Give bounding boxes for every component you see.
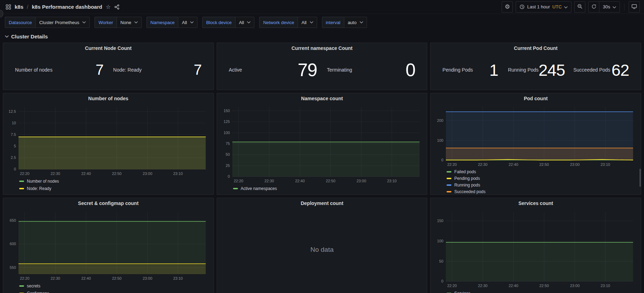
gear-icon: ⚙	[505, 4, 510, 10]
svg-text:22:50: 22:50	[539, 162, 549, 167]
legend-label: Number of nodes	[27, 179, 59, 184]
zoom-out-time-button[interactable]	[574, 1, 585, 13]
breadcrumb-app[interactable]: k8s	[15, 4, 23, 10]
svg-text:22:20: 22:20	[20, 171, 30, 176]
svg-text:100: 100	[223, 131, 230, 135]
svg-text:0: 0	[228, 174, 230, 178]
breadcrumb: k8s / k8s Performance dashboard ☆	[6, 4, 120, 10]
panel-title[interactable]: Current Pod Count	[430, 43, 641, 53]
panel-title[interactable]: Current Node Count	[3, 43, 214, 53]
variable-interval: interval auto	[322, 17, 367, 28]
chart-legend: Active namespaces	[217, 184, 427, 195]
panel-title[interactable]: Secret & configmap count	[3, 198, 214, 208]
variable-namespace: Namespace All	[147, 17, 197, 28]
svg-text:75: 75	[225, 141, 230, 146]
time-series-chart[interactable]: 05010015022:2022:3022:4022:5023:0023:10	[433, 208, 637, 289]
dashboard-settings-button[interactable]: ⚙	[502, 1, 513, 13]
time-series-chart[interactable]: 010020022:2022:3022:4022:5023:0023:10	[433, 104, 637, 168]
variable-value-text: None	[120, 20, 131, 25]
variable-value-text: All	[239, 20, 244, 25]
section-cluster-details[interactable]: Cluster Details	[0, 31, 644, 42]
series-color-swatch	[447, 171, 451, 173]
svg-text:25: 25	[225, 163, 230, 168]
timezone-label: UTC	[552, 4, 562, 9]
legend-item[interactable]: Running pods	[447, 182, 638, 188]
legend-label: Node: Ready	[27, 186, 51, 191]
legend-item[interactable]: Services	[447, 290, 638, 293]
refresh-interval-dropdown[interactable]: 30s	[599, 1, 620, 13]
variable-datasource-value[interactable]: Cluster Prometheus	[35, 17, 90, 28]
legend-item[interactable]: Node: Ready	[19, 185, 211, 192]
legend-item[interactable]: Pending pods	[447, 175, 638, 181]
stat-value: 7	[96, 63, 103, 77]
variable-worker-value[interactable]: None	[117, 17, 142, 28]
top-navigation: k8s / k8s Performance dashboard ☆ ⚙ Last…	[0, 0, 644, 14]
panel-title[interactable]: Deployment count	[217, 198, 427, 208]
stat-label: Terminating	[327, 67, 352, 73]
series-color-swatch	[447, 178, 451, 179]
chart-legend: Services	[430, 289, 641, 293]
stat-label: Active	[229, 67, 242, 73]
apps-grid-icon[interactable]	[6, 4, 11, 10]
svg-text:22:30: 22:30	[478, 162, 488, 167]
legend-item[interactable]: Active namespaces	[233, 185, 425, 192]
svg-text:23:10: 23:10	[601, 162, 611, 167]
legend-item[interactable]: Configmaps	[19, 290, 211, 293]
legend-item[interactable]: Number of nodes	[19, 178, 211, 184]
variable-block-device: Block device All	[202, 17, 254, 28]
svg-text:23:00: 23:00	[143, 276, 152, 280]
chart-area: 55060065022:2022:3022:4022:5023:0023:10	[3, 208, 214, 282]
star-icon[interactable]: ☆	[106, 4, 111, 10]
share-icon[interactable]	[114, 4, 120, 10]
chevron-down-icon	[360, 21, 363, 23]
svg-text:22:50: 22:50	[112, 171, 122, 176]
chart-legend: secrets Configmaps	[3, 282, 214, 293]
legend-item[interactable]: secrets	[19, 283, 211, 289]
stat: Node: Ready 7	[108, 63, 206, 77]
svg-text:23:10: 23:10	[173, 171, 183, 176]
chart-area: 010020022:2022:3022:4022:5023:0023:10	[430, 104, 641, 168]
time-range-picker[interactable]: Last 1 hour UTC	[516, 1, 571, 13]
svg-text:12.5: 12.5	[9, 109, 16, 113]
variable-namespace-value[interactable]: All	[178, 17, 197, 28]
panel-title[interactable]: Current namespace Count	[217, 43, 427, 53]
kiosk-mode-button[interactable]	[629, 1, 640, 13]
legend-label: Pending pods	[454, 176, 480, 181]
series-color-swatch	[233, 188, 238, 189]
legend-label: Active namespaces	[241, 186, 277, 191]
svg-text:22:20: 22:20	[20, 276, 30, 280]
svg-text:600: 600	[10, 242, 16, 246]
svg-text:0: 0	[441, 279, 443, 283]
svg-text:0: 0	[441, 158, 443, 162]
svg-text:23:10: 23:10	[387, 179, 397, 183]
svg-text:22:30: 22:30	[264, 179, 274, 183]
time-series-chart[interactable]: 02.557.51012.522:2022:3022:4022:5023:002…	[5, 104, 210, 177]
variable-interval-value[interactable]: auto	[344, 17, 367, 28]
variable-block-device-value[interactable]: All	[235, 17, 254, 28]
series-color-swatch	[19, 188, 24, 189]
chevron-down-icon	[190, 21, 194, 23]
svg-text:650: 650	[10, 218, 16, 222]
section-title: Cluster Details	[11, 34, 48, 39]
refresh-button[interactable]	[588, 1, 599, 13]
series-color-swatch	[19, 181, 24, 182]
breadcrumb-separator: /	[27, 4, 28, 10]
dashboard-title: k8s Performance dashboard	[32, 4, 102, 10]
time-series-chart[interactable]: 55060065022:2022:3022:4022:5023:0023:10	[5, 208, 210, 282]
legend-scrollbar[interactable]	[639, 169, 641, 187]
stat-value: 7	[194, 63, 201, 77]
panel-title[interactable]: Number of nodes	[3, 93, 214, 104]
legend-item[interactable]: Succeeded pods	[447, 189, 638, 195]
panel-title[interactable]: Services count	[430, 198, 641, 208]
stat-label: Node: Ready	[113, 67, 142, 73]
time-series-chart[interactable]: 025507510012515022:2022:3022:4022:5023:0…	[219, 104, 424, 184]
stat-group: Pending Pods 1 Running Pods 245 Succeede…	[430, 53, 641, 90]
variable-network-device-value[interactable]: All	[298, 17, 317, 28]
panel-title[interactable]: Namespace count	[217, 93, 427, 104]
svg-text:550: 550	[10, 265, 16, 270]
chevron-down-icon	[5, 35, 9, 38]
legend-item[interactable]: Failed pods	[447, 169, 638, 175]
panel-title[interactable]: Pod count	[430, 93, 641, 104]
legend-label: Configmaps	[27, 291, 49, 293]
variable-worker: Worker None	[95, 17, 142, 28]
